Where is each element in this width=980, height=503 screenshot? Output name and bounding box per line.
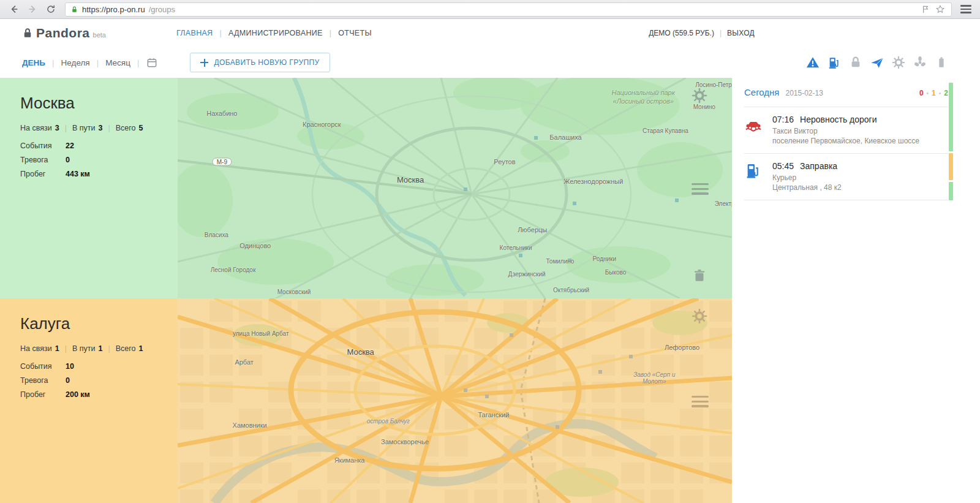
- counter-value: 2: [944, 89, 948, 97]
- inline-stat: Всего5: [116, 124, 143, 132]
- inline-stat: В пути1: [72, 344, 116, 353]
- inline-stat: На связи1: [20, 344, 72, 353]
- event-counters: 0•1•2: [919, 89, 948, 97]
- logo-beta: beta: [93, 31, 106, 39]
- browser-reload-button[interactable]: [43, 2, 59, 17]
- calendar-icon[interactable]: [146, 56, 158, 69]
- stat-label: Всего: [116, 124, 136, 132]
- separator: [90, 58, 106, 67]
- address-bar[interactable]: https://pro.p-on.ru/groups: [65, 2, 952, 17]
- event-address: поселение Первомайское, Киевское шоссе: [772, 137, 919, 145]
- fuel-icon: [744, 161, 765, 192]
- stat-value: 1: [138, 344, 143, 353]
- separator: [130, 58, 146, 67]
- stat-label: На связи: [20, 344, 52, 353]
- bookmark-star-icon[interactable]: [935, 4, 946, 15]
- event-headline: 07:16Неровность дороги: [772, 115, 919, 124]
- tab-month[interactable]: Месяц: [105, 58, 130, 67]
- group-kaluga: КалугаНа связи1В пути1Всего1События10Тре…: [0, 298, 732, 503]
- stat-row: События22: [20, 142, 168, 150]
- counter-separator: •: [939, 90, 941, 97]
- https-lock-icon: [70, 6, 78, 13]
- nav-reports[interactable]: ОТЧЕТЫ: [338, 29, 372, 37]
- stat-label: Всего: [116, 344, 136, 353]
- browser-menu-icon[interactable]: [958, 2, 974, 16]
- stat-label: Тревога: [20, 156, 66, 164]
- stat-value: 5: [138, 124, 143, 132]
- group-info-panel: КалугаНа связи1В пути1Всего1События10Тре…: [0, 298, 178, 503]
- separator: [45, 58, 61, 67]
- event-body: 07:16Неровность дорогиТакси Викторпоселе…: [772, 115, 919, 145]
- road-bump-icon: [744, 115, 765, 145]
- stat-value: 3: [98, 124, 102, 132]
- group-map-area: улица Новый АрбатМоскваАрбатЛефортовоЗав…: [178, 298, 732, 503]
- browser-forward-button[interactable]: [24, 2, 40, 17]
- event-subtitle: Курьер: [772, 173, 842, 182]
- map[interactable]: [178, 298, 732, 503]
- group-inline-stats: На связи3В пути3Всего5: [20, 124, 168, 132]
- group-list-icon[interactable]: [692, 392, 709, 409]
- group-title: Калуга: [20, 314, 168, 333]
- stat-label: Пробег: [20, 170, 66, 178]
- fuel-station-icon[interactable]: [827, 56, 841, 69]
- event-body: 05:45ЗаправкаКурьерЦентральная , 48 к2: [772, 161, 842, 192]
- lock-icon[interactable]: [849, 56, 862, 69]
- stat-value: 22: [66, 142, 74, 150]
- nav-main[interactable]: ГЛАВНАЯ: [176, 29, 228, 37]
- logo-lock-icon: [22, 28, 33, 39]
- logout-link[interactable]: ВЫХОД: [727, 29, 755, 37]
- event-timeline-strip: [949, 83, 953, 202]
- counter-value: 1: [932, 89, 936, 97]
- map[interactable]: [178, 78, 732, 298]
- tab-week[interactable]: Неделя: [61, 58, 90, 67]
- group-list-icon[interactable]: [692, 180, 709, 197]
- timeline-segment: [949, 182, 953, 200]
- group-delete-icon[interactable]: [692, 268, 709, 285]
- browser-back-button[interactable]: [6, 2, 22, 17]
- group-settings-icon[interactable]: [692, 308, 709, 325]
- stat-value: 3: [55, 124, 59, 132]
- current-date: 2015-02-13: [786, 89, 823, 97]
- group-title: Москва: [20, 94, 168, 113]
- stat-value: 0: [66, 376, 70, 385]
- event-row[interactable]: 05:45ЗаправкаКурьерЦентральная , 48 к2: [744, 154, 948, 200]
- sidebar-header: Сегодня 2015-02-13 0•1•2: [744, 87, 948, 97]
- account-balance[interactable]: ДЕМО (559.5 РУБ.): [649, 29, 714, 37]
- group-map-area: Национальный парк «Лосиный остров»Лосино…: [178, 78, 732, 298]
- stat-row: Пробег443 км: [20, 170, 168, 178]
- settings-gear-icon[interactable]: [892, 56, 905, 69]
- add-group-button[interactable]: ДОБАВИТЬ НОВУЮ ГРУППУ: [190, 53, 330, 72]
- plane-icon[interactable]: [870, 56, 884, 69]
- battery-icon[interactable]: [935, 56, 948, 69]
- today-link[interactable]: Сегодня: [744, 87, 780, 97]
- stat-label: Тревога: [20, 376, 66, 385]
- reload-icon: [46, 4, 56, 14]
- group-settings-icon[interactable]: [692, 88, 709, 105]
- events-list: 07:16Неровность дорогиТакси Викторпоселе…: [744, 107, 948, 200]
- stat-value: 1: [55, 344, 59, 353]
- filter-toolbar: [806, 56, 948, 69]
- fan-icon[interactable]: [913, 56, 927, 69]
- stat-value: 1: [98, 344, 102, 353]
- add-group-label: ДОБАВИТЬ НОВУЮ ГРУППУ: [214, 58, 319, 67]
- main-nav: ГЛАВНАЯАДМИНИСТРИРОВАНИЕОТЧЕТЫ: [176, 29, 372, 37]
- forward-arrow-icon: [28, 4, 37, 14]
- nav-administration[interactable]: АДМИНИСТРИРОВАНИЕ: [228, 29, 338, 37]
- stat-row: Пробег200 км: [20, 390, 168, 399]
- period-tabs: ДЕНЬНеделяМесяц: [22, 58, 146, 67]
- counter-value: 0: [919, 89, 924, 97]
- event-time: 07:16: [772, 115, 794, 124]
- counter-separator: •: [927, 90, 929, 97]
- stat-row: Тревога0: [20, 376, 168, 385]
- stat-label: События: [20, 142, 66, 150]
- timeline-segment: [949, 83, 953, 151]
- alert-icon[interactable]: [806, 56, 820, 69]
- tab-day[interactable]: ДЕНЬ: [22, 58, 45, 67]
- plus-icon: [200, 59, 208, 67]
- flag-icon[interactable]: [921, 4, 932, 15]
- group-moscow: МоскваНа связи3В пути3Всего5События22Тре…: [0, 78, 732, 298]
- event-row[interactable]: 07:16Неровность дорогиТакси Викторпоселе…: [744, 107, 948, 154]
- pandora-logo[interactable]: Pandora beta: [22, 26, 176, 40]
- timeline-segment: [949, 153, 953, 180]
- event-address: Центральная , 48 к2: [772, 183, 842, 192]
